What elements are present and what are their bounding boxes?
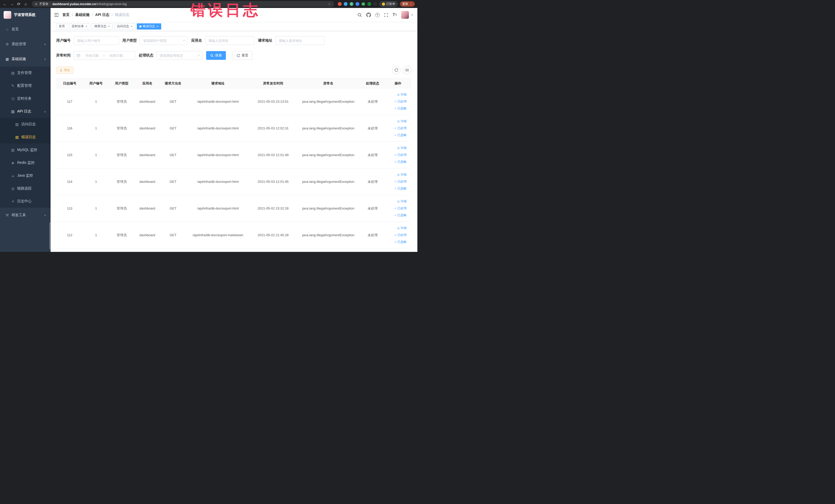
close-icon[interactable]: × (130, 25, 133, 28)
cell-method: GET (160, 115, 186, 142)
start-date-input[interactable] (81, 54, 102, 58)
log-detail-link[interactable]: ◎详细 (385, 91, 407, 98)
bookmark-star-icon[interactable]: ☆ (328, 2, 331, 6)
sidebar-item-label: Redis 监控 (17, 160, 35, 165)
crumb-home[interactable]: 首页 (62, 13, 69, 17)
sidebar-item-home[interactable]: ⌂首页 (0, 22, 50, 37)
request-url-input[interactable] (276, 36, 325, 45)
browser-menu-icon[interactable]: ⋮ (409, 2, 412, 6)
process-status-select-input[interactable] (156, 51, 203, 60)
log-detail-link[interactable]: ◎详细 (385, 198, 407, 205)
cell-status: 未处理 (360, 222, 385, 248)
github-icon[interactable] (366, 13, 371, 17)
redis-icon: ◈ (11, 161, 15, 165)
process-status-select[interactable]: ∨ (156, 51, 203, 60)
log-processed-link[interactable]: ✓已处理 (385, 205, 407, 212)
log-processed-link[interactable]: ✓已处理 (385, 178, 407, 185)
log-ignored-link[interactable]: ✓已忽略 (385, 105, 407, 112)
log-processed-link[interactable]: ✓已处理 (385, 152, 407, 158)
log-processed-link[interactable]: ✓已处理 (385, 231, 407, 239)
fullscreen-icon[interactable] (384, 13, 388, 17)
cell-time: 2021-05-03 12:01:45 (250, 168, 296, 195)
search-button[interactable]: 搜索 (206, 51, 226, 60)
sidebar-item-access-log[interactable]: ▧访问日志 (0, 118, 50, 131)
close-icon[interactable]: × (108, 25, 110, 28)
app-name-input[interactable] (205, 36, 254, 45)
log-detail-link[interactable]: ◎详细 (385, 171, 407, 178)
exception-time-range-picker[interactable]: - (74, 51, 135, 60)
end-date-input[interactable] (105, 54, 126, 58)
user-type-select-input[interactable] (140, 36, 188, 45)
column-settings-button[interactable] (403, 66, 411, 74)
extension-icon-on[interactable]: on (361, 2, 365, 6)
close-icon[interactable]: × (85, 25, 87, 28)
log-processed-link[interactable]: ✓已处理 (385, 125, 407, 132)
help-icon[interactable]: ? (375, 13, 380, 17)
refresh-button[interactable] (392, 66, 401, 74)
log-ignored-link[interactable]: ✓已忽略 (385, 239, 407, 245)
paused-extension-button[interactable]: 已暂停 (380, 1, 398, 7)
security-label[interactable]: 不安全 (39, 2, 48, 6)
reload-icon[interactable]: ⟳ (16, 2, 21, 6)
address-bar[interactable]: ⚠ 不安全 dashboard.yudao.iocoder.cn/infra/l… (32, 1, 334, 7)
back-icon[interactable]: ← (3, 2, 7, 6)
sidebar-item-error-log[interactable]: ▧错误日志 (0, 131, 50, 143)
table-row: 1131管理员dashboardGET/api/infra/db-doc/exp… (56, 195, 411, 222)
log-ignored-link[interactable]: ✓已忽略 (385, 158, 407, 165)
sidebar-item-system[interactable]: ⚙系统管理∨ (0, 37, 50, 52)
user-avatar[interactable] (401, 11, 409, 19)
tab-scheduled-job[interactable]: 定时任务× (69, 23, 90, 29)
sidebar-item-label: 系统管理 (12, 42, 26, 46)
sidebar-item-redis-monitor[interactable]: ◈Redis 监控 (0, 156, 50, 169)
crumb-infra[interactable]: 基础设施 (75, 13, 89, 17)
sidebar-item-file-manage[interactable]: ▤文件管理 (0, 66, 50, 79)
log-detail-link[interactable]: ◎详细 (385, 118, 407, 125)
sidebar-item-api-log[interactable]: ▨API 日志∧ (0, 105, 50, 118)
extension-icon-paw[interactable] (373, 2, 377, 6)
action-label: 已忽略 (398, 133, 407, 137)
sidebar-item-log-center[interactable]: ≡日志中心 (0, 195, 50, 208)
cell-user_type: 管理员 (109, 168, 135, 195)
header-actions: ? TT ▾ (358, 11, 413, 19)
tab-schedule-log[interactable]: 调度日志× (91, 23, 113, 29)
sidebar-item-dev-tools[interactable]: ⚒研发工具∨ (0, 208, 50, 223)
tab-access-log[interactable]: 访问日志× (114, 23, 135, 29)
extension-icon-vue[interactable]: V (350, 2, 353, 6)
search-icon[interactable] (358, 13, 362, 17)
log-detail-link[interactable]: ◎详细 (385, 144, 407, 152)
tab-error-log[interactable]: 错误日志× (137, 23, 161, 29)
sidebar-item-mysql-monitor[interactable]: ▥MySQL 监控 (0, 143, 50, 156)
crumb-api-log[interactable]: API 日志 (95, 13, 109, 17)
sidebar-item-link-trace[interactable]: ◎链路追踪 (0, 182, 50, 195)
log-ignored-link[interactable]: ✓已忽略 (385, 132, 407, 139)
extension-icon-blue-drop[interactable] (344, 2, 348, 6)
hamburger-icon[interactable] (54, 13, 59, 17)
font-size-icon[interactable]: TT (393, 13, 397, 17)
close-icon[interactable]: × (156, 25, 159, 28)
action-label: 已处理 (398, 233, 407, 237)
log-processed-link[interactable]: ✓已处理 (385, 98, 407, 105)
extension-icon-leaf[interactable] (367, 2, 371, 6)
log-ignored-link[interactable]: ✓已忽略 (385, 185, 407, 192)
export-button[interactable]: 导出 (56, 66, 74, 74)
user-id-input[interactable] (74, 36, 119, 45)
chrome-update-button[interactable]: 更新 ⋮ (400, 1, 415, 7)
sidebar-item-java-monitor[interactable]: ☕Java 监控 (0, 169, 50, 182)
tab-home[interactable]: 首页 (56, 23, 67, 29)
extension-icon-grid[interactable] (355, 2, 359, 6)
sidebar-scrollbar[interactable] (49, 222, 50, 249)
sidebar-item-infra[interactable]: ▦基础设施∧ (0, 52, 50, 66)
sidebar-item-config-manage[interactable]: ✎配置管理 (0, 79, 50, 92)
logo[interactable]: 芋道管理系统 (0, 8, 50, 22)
browser-home-icon[interactable]: ⌂ (23, 2, 28, 6)
sidebar-item-scheduled-job[interactable]: ◷定时任务 (0, 92, 50, 105)
log-detail-link[interactable]: ◎详细 (385, 225, 407, 231)
user-type-select[interactable]: ∨ (140, 36, 188, 45)
forward-icon[interactable]: → (9, 2, 14, 6)
cell-app: dashboard (135, 142, 160, 168)
eye-icon: ◎ (397, 226, 400, 229)
log-ignored-link[interactable]: ✓已忽略 (385, 212, 407, 219)
extension-icon-red[interactable] (338, 2, 342, 6)
reset-button[interactable]: 重置 (232, 51, 252, 60)
avatar-chevron-down-icon[interactable]: ▾ (411, 13, 413, 17)
